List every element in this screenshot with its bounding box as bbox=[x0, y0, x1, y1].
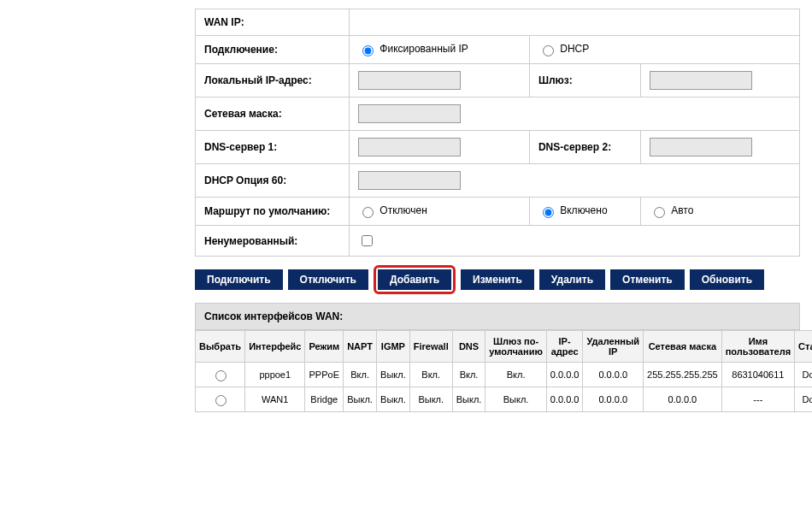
default-route-label: Маршрут по умолчанию: bbox=[196, 198, 350, 226]
row-napt: Вкл. bbox=[344, 363, 377, 387]
row-ip: 0.0.0.0 bbox=[546, 387, 583, 412]
row-user: --- bbox=[721, 387, 794, 412]
connect-button[interactable]: Подключить bbox=[195, 269, 283, 290]
action-buttons: Подключить Отключить Добавить Изменить У… bbox=[195, 257, 800, 303]
th-gateway: Шлюз по-умолчанию bbox=[485, 331, 546, 363]
row-select-radio[interactable] bbox=[215, 370, 227, 381]
netmask-label: Сетевая маска: bbox=[196, 97, 350, 131]
row-status: Down bbox=[795, 387, 812, 412]
th-remote-ip: Удаленный IP bbox=[583, 331, 644, 363]
row-select bbox=[196, 363, 245, 387]
netmask-input[interactable] bbox=[358, 104, 461, 123]
dhcp-option[interactable]: DHCP bbox=[538, 43, 589, 55]
wan-interfaces-table: Выбрать Интерфейс Режим NAPT IGMP Firewa… bbox=[195, 330, 812, 412]
dns2-input[interactable] bbox=[650, 138, 752, 157]
route-auto-radio[interactable] bbox=[654, 207, 665, 218]
table-row: WAN1BridgeВыкл.Выкл.Выкл.Выкл.Выкл.0.0.0… bbox=[196, 387, 813, 412]
row-firewall: Вкл. bbox=[409, 363, 452, 387]
change-button[interactable]: Изменить bbox=[461, 269, 534, 290]
route-auto-option[interactable]: Авто bbox=[650, 204, 694, 216]
route-off-option[interactable]: Отключен bbox=[358, 204, 427, 216]
row-iface: pppoe1 bbox=[245, 363, 305, 387]
refresh-button[interactable]: Обновить bbox=[690, 269, 764, 290]
route-off-radio[interactable] bbox=[362, 207, 374, 218]
row-select bbox=[196, 387, 245, 412]
route-on-radio[interactable] bbox=[543, 207, 554, 218]
dns1-input[interactable] bbox=[358, 138, 461, 157]
connection-label: Подключение: bbox=[196, 36, 350, 64]
row-firewall: Выкл. bbox=[409, 387, 452, 412]
row-select-radio[interactable] bbox=[215, 395, 227, 406]
row-user: 8631040611 bbox=[721, 363, 794, 387]
row-napt: Выкл. bbox=[344, 387, 377, 412]
delete-button[interactable]: Удалить bbox=[539, 269, 605, 290]
row-mask: 255.255.255.255 bbox=[644, 363, 722, 387]
th-napt: NAPT bbox=[344, 331, 377, 363]
add-button-highlight: Добавить bbox=[374, 265, 456, 294]
th-select: Выбрать bbox=[196, 331, 245, 363]
disconnect-button[interactable]: Отключить bbox=[288, 269, 368, 290]
dns2-label: DNS-сервер 2: bbox=[529, 131, 640, 164]
row-iface: WAN1 bbox=[245, 387, 305, 412]
fixed-ip-radio[interactable] bbox=[362, 45, 374, 56]
row-ip: 0.0.0.0 bbox=[546, 363, 583, 387]
dhcp-radio[interactable] bbox=[543, 45, 554, 56]
wan-list-title: Список интерфейсов WAN: bbox=[195, 303, 800, 330]
th-igmp: IGMP bbox=[377, 331, 410, 363]
th-mode: Режим bbox=[305, 331, 344, 363]
unnumbered-label: Ненумерованный: bbox=[196, 226, 350, 257]
wan-ip-form: WAN IP: Подключение: Фиксированный IP DH… bbox=[195, 9, 800, 257]
add-button[interactable]: Добавить bbox=[378, 269, 451, 290]
cancel-button[interactable]: Отменить bbox=[610, 269, 685, 290]
row-gateway: Выкл. bbox=[485, 387, 546, 412]
unnumbered-checkbox[interactable] bbox=[362, 235, 373, 246]
th-mask: Сетевая маска bbox=[644, 331, 722, 363]
th-user: Имя пользователя bbox=[721, 331, 794, 363]
fixed-ip-option[interactable]: Фиксированный IP bbox=[358, 43, 468, 55]
row-mask: 0.0.0.0 bbox=[644, 387, 722, 412]
row-dns: Вкл. bbox=[452, 363, 485, 387]
row-mode: Bridge bbox=[305, 387, 344, 412]
row-remote-ip: 0.0.0.0 bbox=[583, 363, 644, 387]
row-remote-ip: 0.0.0.0 bbox=[583, 387, 644, 412]
gateway-input[interactable] bbox=[650, 71, 752, 90]
row-gateway: Вкл. bbox=[485, 363, 546, 387]
row-igmp: Выкл. bbox=[377, 387, 410, 412]
local-ip-input[interactable] bbox=[358, 71, 461, 90]
dhcp-opt60-label: DHCP Опция 60: bbox=[196, 164, 350, 198]
local-ip-label: Локальный IP-адрес: bbox=[196, 64, 350, 97]
row-igmp: Выкл. bbox=[377, 363, 410, 387]
th-firewall: Firewall bbox=[409, 331, 452, 363]
row-dns: Выкл. bbox=[452, 387, 485, 412]
th-ip: IP-адрес bbox=[546, 331, 583, 363]
dns1-label: DNS-сервер 1: bbox=[196, 131, 350, 164]
th-status: Статус bbox=[795, 331, 812, 363]
route-on-option[interactable]: Включено bbox=[538, 204, 608, 216]
dhcp-opt60-input[interactable] bbox=[358, 171, 461, 190]
th-iface: Интерфейс bbox=[245, 331, 305, 363]
th-dns: DNS bbox=[452, 331, 485, 363]
wan-ip-label: WAN IP: bbox=[196, 9, 350, 36]
row-mode: PPPoE bbox=[305, 363, 344, 387]
row-status: Down bbox=[795, 363, 812, 387]
table-row: pppoe1PPPoEВкл.Выкл.Вкл.Вкл.Вкл.0.0.0.00… bbox=[196, 363, 813, 387]
gateway-label: Шлюз: bbox=[529, 64, 640, 97]
